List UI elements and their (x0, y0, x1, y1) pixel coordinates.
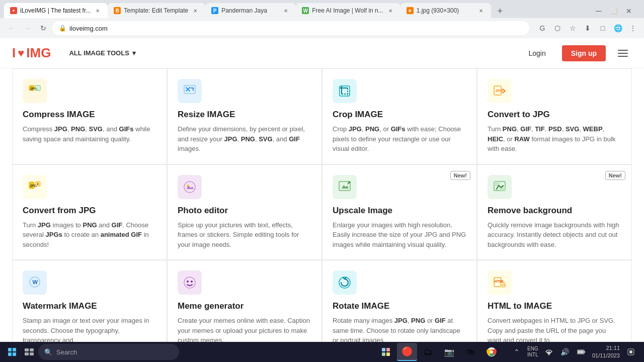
browser-tab-1[interactable]: ♥ iLoveIMG | The fastest fr... ✕ (4, 3, 108, 18)
tool-card-remove-bg[interactable]: New! Remove background Quickly remove im… (477, 164, 632, 260)
url-text: iloveimg.com (69, 25, 523, 32)
hamburger-line-3 (618, 56, 628, 57)
svg-text:JPG: JPG (495, 88, 503, 93)
tool-title-convert-to-jpg: Convert to JPG (488, 109, 621, 120)
google-icon[interactable]: G (535, 21, 549, 35)
download-icon[interactable]: ⬇ (581, 21, 595, 35)
tool-title-remove-bg: Remove background (488, 205, 621, 216)
svg-rect-32 (13, 352, 16, 356)
tool-title-crop: Crop IMAGE (333, 109, 466, 120)
taskbar-app-camera[interactable]: 📷 (439, 343, 459, 361)
tools-container: JPG⬆K Compress IMAGE Compress JPG, PNG, … (0, 68, 644, 342)
profile-icon[interactable]: □ (596, 21, 610, 35)
tool-card-crop[interactable]: Crop IMAGE Crop JPG, PNG, or GIFs with e… (322, 68, 477, 164)
taskbar-search-bar[interactable]: 🔍 Search (38, 344, 179, 360)
tool-desc-meme: Create your memes online with ease. Capt… (178, 316, 311, 342)
tool-icon-convert-to-jpg: JPG (488, 79, 512, 103)
tool-title-html-to-image: HTML to IMAGE (488, 301, 621, 312)
all-tools-button[interactable]: ALL IMAGE TOOLS ▾ (63, 46, 141, 60)
site-logo[interactable]: I ♥ IMG (12, 45, 51, 61)
tab-close-4[interactable]: ✕ (386, 7, 394, 15)
logo-i: I (12, 45, 16, 61)
browser-tab-5[interactable]: B 1.jpg (930×300) ✕ (400, 3, 491, 18)
taskbar-app-browser[interactable]: 🔴 (397, 343, 417, 361)
tab-close-3[interactable]: ✕ (282, 7, 290, 15)
browser-tab-2[interactable]: B Template: Edit Template ✕ (108, 3, 205, 18)
tool-card-convert-to-jpg[interactable]: JPG Convert to JPG Turn PNG, GIF, TIF, P… (477, 68, 632, 164)
date: 01/11/2023 (592, 352, 620, 359)
back-button[interactable]: ← (4, 21, 18, 35)
task-view-button[interactable] (23, 343, 35, 361)
tab-close-5[interactable]: ✕ (477, 7, 485, 15)
language-indicator[interactable]: ENGINTL (526, 343, 540, 361)
tool-desc-resize: Define your dimensions, by percent or pi… (178, 124, 311, 154)
system-time[interactable]: 21:11 01/11/2023 (590, 344, 622, 360)
tool-icon-resize (178, 79, 202, 103)
tool-card-compress[interactable]: JPG⬆K Compress IMAGE Compress JPG, PNG, … (12, 68, 167, 164)
extensions-icon[interactable]: ⬡ (550, 21, 565, 35)
tab-title-3: Panderman Jaya (221, 7, 279, 14)
notification-icon[interactable] (624, 343, 638, 361)
svg-rect-31 (8, 352, 12, 356)
star-icon[interactable]: ☆ (566, 21, 580, 35)
taskbar-app-chrome[interactable] (481, 343, 502, 361)
tool-card-watermark[interactable]: W Watermark IMAGE Stamp an image or text… (12, 260, 167, 342)
tab-title-1: iLoveIMG | The fastest fr... (20, 7, 91, 14)
system-tray: ⌃ ENGINTL 🔊 21:11 01/11/2023 (506, 343, 642, 361)
clock: 21:11 (592, 344, 620, 352)
tab-favicon-3: P (211, 7, 218, 14)
taskbar-app-files[interactable]: 🗂 (418, 343, 438, 361)
svg-rect-33 (25, 348, 29, 351)
svg-rect-30 (13, 348, 16, 351)
tab-close-1[interactable]: ✕ (94, 7, 102, 15)
all-tools-label: ALL IMAGE TOOLS (69, 49, 129, 57)
close-button[interactable]: ✕ (622, 4, 636, 18)
tool-card-convert-from-jpg[interactable]: JPG⬇ Convert from JPG Turn JPG images to… (12, 164, 167, 260)
signup-button[interactable]: Sign up (562, 45, 606, 61)
maximize-button[interactable]: ⬜ (607, 4, 621, 18)
tool-desc-photo-editor: Spice up your pictures with text, effect… (178, 220, 311, 250)
taskbar-app-explorer[interactable] (376, 343, 396, 361)
logo-img: IMG (26, 45, 51, 61)
svg-point-22 (187, 281, 189, 283)
extension-icon[interactable]: 🌐 (611, 21, 625, 35)
svg-rect-39 (382, 352, 385, 356)
svg-rect-34 (30, 348, 34, 351)
svg-rect-37 (382, 348, 385, 351)
tool-card-html-to-image[interactable]: HTMLIMG HTML to IMAGE Convert webpages i… (477, 260, 632, 342)
reload-button[interactable]: ↻ (36, 21, 50, 35)
tool-icon-rotate (333, 270, 357, 295)
tool-card-resize[interactable]: Resize IMAGE Define your dimensions, by … (167, 68, 322, 164)
start-button[interactable] (2, 343, 22, 361)
new-tab-button[interactable]: + (493, 4, 507, 18)
svg-point-23 (191, 281, 193, 283)
login-button[interactable]: Login (520, 45, 553, 61)
volume-icon[interactable]: 🔊 (558, 343, 572, 361)
minimize-button[interactable]: ─ (592, 4, 606, 18)
tab-title-5: 1.jpg (930×300) (417, 7, 474, 14)
svg-rect-46 (584, 351, 585, 353)
tool-card-rotate[interactable]: Rotate IMAGE Rotate many images JPG, PNG… (322, 260, 477, 342)
hamburger-menu-button[interactable] (614, 44, 632, 62)
tool-title-watermark: Watermark IMAGE (23, 301, 156, 312)
forward-button[interactable]: → (20, 21, 34, 35)
tool-card-upscale[interactable]: New! Upscale Image Enlarge your images w… (322, 164, 477, 260)
taskbar-app-store[interactable]: 🛍 (460, 343, 480, 361)
tool-card-photo-editor[interactable]: Photo editor Spice up your pictures with… (167, 164, 322, 260)
menu-icon[interactable]: ⋮ (626, 21, 640, 35)
new-badge-remove-bg: New! (605, 171, 625, 180)
tab-favicon-4: W (302, 7, 309, 14)
svg-text:IMG: IMG (501, 284, 506, 287)
tab-close-2[interactable]: ✕ (191, 7, 199, 15)
tool-title-convert-from-jpg: Convert from JPG (23, 205, 156, 216)
browser-tab-4[interactable]: W Free AI Image | Wolf in n... ✕ (296, 3, 400, 18)
browser-tab-3[interactable]: P Panderman Jaya ✕ (205, 3, 296, 18)
search-icon: 🔍 (44, 348, 52, 356)
logo-heart-icon: ♥ (18, 47, 24, 60)
lock-icon: 🔒 (59, 25, 66, 32)
chevron-up-icon[interactable]: ⌃ (510, 343, 524, 361)
battery-icon[interactable] (574, 343, 588, 361)
address-bar[interactable]: 🔒 iloveimg.com (52, 21, 529, 35)
tool-card-meme[interactable]: Meme generator Create your memes online … (167, 260, 322, 342)
network-icon[interactable] (542, 343, 556, 361)
